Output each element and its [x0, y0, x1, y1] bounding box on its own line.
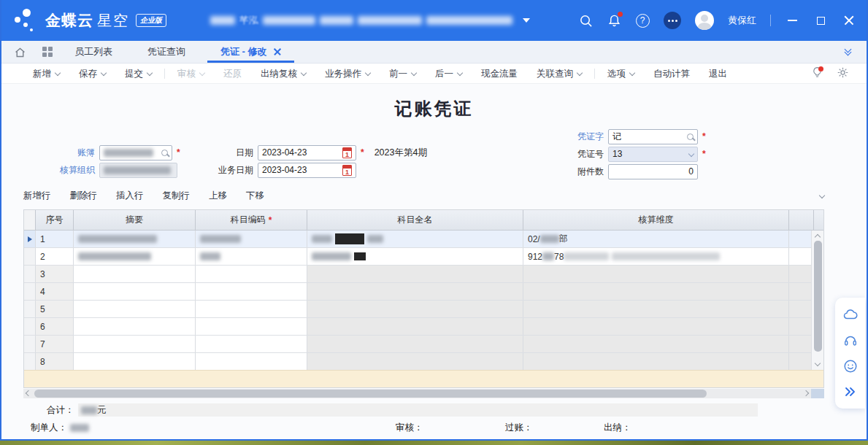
table-row[interactable]: 3 [24, 266, 823, 283]
business-operation-button[interactable]: 业务操作 [315, 68, 380, 80]
account-code-cell[interactable] [196, 318, 307, 335]
summary-column-header[interactable]: 摘要 [74, 210, 196, 230]
account-code-cell[interactable] [196, 248, 307, 265]
company-selector[interactable]: 芊泓 [210, 14, 530, 27]
dimension-cell[interactable] [523, 318, 789, 335]
row-selector-cell[interactable] [24, 336, 36, 352]
account-name-cell[interactable] [307, 231, 523, 247]
seq-cell[interactable]: 7 [36, 336, 74, 352]
related-query-button[interactable]: 关联查询 [527, 68, 591, 80]
settings-gear-icon[interactable] [837, 66, 849, 82]
scrollbar-thumb[interactable] [814, 241, 822, 352]
seq-cell[interactable]: 2 [36, 248, 74, 265]
exit-button[interactable]: 退出 [699, 68, 737, 80]
seq-column-header[interactable]: 序号 [36, 210, 74, 230]
accounting-org-label[interactable]: 核算组织 [37, 164, 95, 177]
collapse-tabs-icon[interactable] [845, 49, 850, 55]
home-icon[interactable] [10, 41, 29, 63]
dimension-cell[interactable] [523, 266, 789, 282]
account-code-column-header[interactable]: 科目编码* [196, 210, 307, 230]
seq-cell[interactable]: 3 [36, 266, 74, 282]
row-selector-cell[interactable] [24, 231, 36, 247]
scroll-right-icon[interactable] [803, 390, 809, 396]
scrollbar-thumb[interactable] [34, 390, 707, 398]
account-name-cell[interactable] [307, 301, 523, 317]
attachment-count-field[interactable]: 0 [608, 164, 698, 179]
account-book-field[interactable] [99, 145, 172, 160]
row-selector-cell[interactable] [24, 353, 36, 370]
account-code-cell[interactable] [196, 283, 307, 300]
row-selector-cell[interactable] [24, 248, 36, 265]
account-name-cell[interactable] [307, 318, 523, 335]
vertical-scrollbar[interactable] [811, 231, 823, 370]
account-name-cell[interactable] [307, 353, 523, 370]
move-up-button[interactable]: 上移 [199, 190, 237, 202]
submit-button[interactable]: 提交 [115, 68, 161, 80]
lookup-magnifier-icon[interactable] [687, 134, 694, 140]
summary-cell[interactable] [74, 266, 196, 282]
row-selector-cell[interactable] [24, 266, 36, 282]
support-headset-icon[interactable] [842, 333, 859, 349]
feedback-smiley-icon[interactable] [842, 358, 859, 374]
calendar-icon[interactable] [342, 147, 352, 158]
tab-employee-list[interactable]: 员工列表 [57, 41, 130, 63]
lookup-magnifier-icon[interactable] [161, 150, 168, 156]
dimension-cell[interactable] [523, 283, 789, 300]
account-name-cell[interactable] [307, 248, 523, 265]
tab-voucher-edit[interactable]: 凭证 - 修改 [203, 41, 299, 63]
business-date-field[interactable]: 2023-04-23 [258, 163, 356, 178]
summary-cell[interactable] [74, 231, 196, 247]
account-name-column-header[interactable]: 科目全名 [307, 210, 523, 230]
insert-row-button[interactable]: 插入行 [107, 190, 153, 202]
search-icon[interactable] [578, 13, 593, 28]
minimize-button[interactable] [785, 13, 799, 28]
close-tab-icon[interactable] [274, 48, 281, 55]
table-row[interactable]: 7 [24, 336, 823, 353]
dimension-cell[interactable] [523, 336, 789, 352]
scroll-down-icon[interactable] [815, 360, 821, 366]
previous-button[interactable]: 前一 [380, 68, 426, 80]
table-row[interactable]: 2 91278 [24, 248, 823, 266]
avatar[interactable] [695, 11, 714, 30]
apps-grid-icon[interactable] [38, 41, 57, 63]
table-row[interactable]: 5 [24, 301, 823, 318]
account-code-cell[interactable] [196, 336, 307, 352]
account-book-label[interactable]: 账簿 [37, 147, 95, 159]
summary-cell[interactable] [74, 301, 196, 317]
cash-flow-button[interactable]: 现金流量 [472, 68, 527, 80]
account-name-cell[interactable] [307, 336, 523, 352]
table-row[interactable]: 8 [24, 353, 823, 371]
account-code-cell[interactable] [196, 301, 307, 317]
account-name-cell[interactable] [307, 283, 523, 300]
summary-cell[interactable] [74, 248, 196, 265]
horizontal-scrollbar[interactable] [23, 389, 824, 398]
dimension-cell[interactable]: 02/部 [523, 231, 789, 247]
add-row-button[interactable]: 新增行 [23, 190, 61, 202]
collapse-panel-icon[interactable] [842, 384, 859, 400]
summary-cell[interactable] [74, 353, 196, 370]
maximize-button[interactable] [813, 13, 828, 28]
dimension-cell[interactable] [523, 301, 789, 317]
auto-calculate-button[interactable]: 自动计算 [644, 68, 699, 80]
options-button[interactable]: 选项 [598, 68, 644, 80]
scroll-up-icon[interactable] [815, 234, 821, 240]
scroll-left-icon[interactable] [26, 390, 31, 396]
summary-cell[interactable] [74, 318, 196, 335]
table-row[interactable]: 4 [24, 283, 823, 301]
copy-row-button[interactable]: 复制行 [153, 190, 200, 202]
summary-cell[interactable] [74, 336, 196, 352]
voucher-no-field[interactable]: 13 [608, 147, 698, 162]
account-code-cell[interactable] [196, 231, 307, 247]
help-icon[interactable]: ? [635, 13, 650, 28]
seq-cell[interactable]: 4 [36, 283, 74, 300]
date-field[interactable]: 2023-04-23 [258, 145, 356, 160]
account-code-cell[interactable] [196, 266, 307, 282]
tips-bulb-icon[interactable] [811, 66, 823, 82]
seq-cell[interactable]: 1 [36, 231, 74, 247]
cloud-icon[interactable] [842, 307, 859, 323]
seq-cell[interactable]: 6 [36, 318, 74, 335]
feedback-icon[interactable] [664, 12, 681, 29]
add-button[interactable]: 新增 [23, 68, 69, 80]
table-row[interactable]: 6 [24, 318, 823, 336]
calendar-icon[interactable] [342, 165, 352, 176]
